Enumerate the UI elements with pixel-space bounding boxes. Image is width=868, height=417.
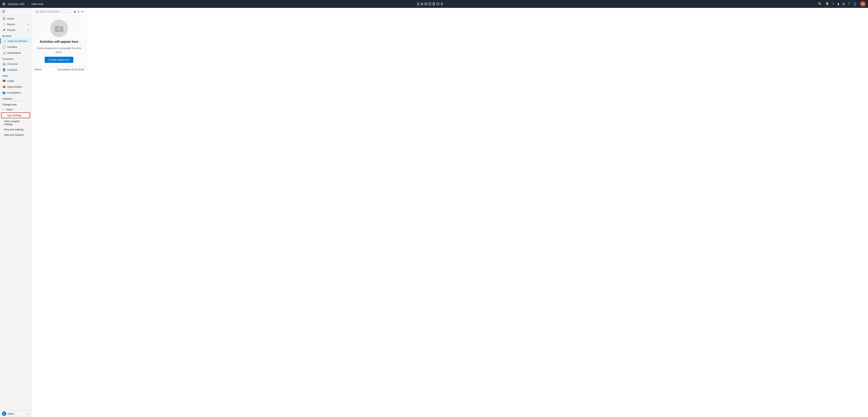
opportunities-label: Opportunities: [7, 85, 22, 88]
svg-rect-2: [58, 28, 61, 29]
sidebar-bottom-expand-icon[interactable]: ◇: [28, 413, 29, 415]
user-icon[interactable]: 👤: [853, 2, 857, 6]
folder-icon: [50, 20, 68, 37]
work-items-desc: Create sequences to populate the work it…: [35, 46, 83, 54]
recent-chevron: ▾: [28, 23, 29, 25]
dashboards-icon: 📊: [2, 51, 5, 54]
sidebar-sub-personal-settings[interactable]: Personal settings: [0, 127, 31, 132]
top-bar: ⊞ Dynamics 365 | Sales Hub SANDBOX 🔍 💡 +…: [0, 0, 868, 8]
sidebar-item-accounts[interactable]: 🏢 Accounts: [0, 61, 31, 67]
my-work-section: My Work: [0, 33, 31, 38]
svg-rect-0: [55, 26, 63, 32]
help-icon[interactable]: ?: [848, 2, 850, 6]
sidebar-sub-help-support[interactable]: Help and Support: [0, 132, 31, 138]
sidebar: ☰ 🏠 Home 🕐 Recent ▾ 📌 Pinned: [0, 8, 32, 417]
leads-label: Leads: [7, 79, 14, 82]
dashboards-label: Dashboards: [7, 52, 21, 54]
sidebar-item-recent[interactable]: 🕐 Recent ▾: [0, 22, 31, 27]
activities-label: Activities: [7, 46, 17, 49]
accounts-icon: 🏢: [2, 62, 5, 65]
work-items-title: Activities will appear here: [39, 40, 79, 43]
sales-area-label: Sales: [6, 108, 13, 111]
work-items-panel: 🔍 Search work items ⧫ ⇅ •••: [32, 8, 87, 72]
check-icon: ✓: [2, 108, 5, 111]
search-placeholder: Search work items: [40, 10, 59, 13]
sidebar-item-opportunities[interactable]: 📦 Opportunities: [0, 84, 31, 90]
recent-icon: 🕐: [2, 23, 5, 26]
plus-icon[interactable]: +: [832, 2, 835, 6]
svg-rect-3: [58, 29, 61, 30]
recent-label: Recent: [7, 23, 15, 26]
last-updated: Last updated at 10:29 AM: [57, 68, 84, 71]
divider: |: [27, 2, 28, 5]
sidebar-item-contacts[interactable]: 👤 Contacts: [0, 67, 31, 73]
lightbulb-icon[interactable]: 💡: [825, 2, 829, 6]
leads-icon: ☎: [2, 79, 5, 82]
competitors-label: Competitors: [7, 91, 21, 94]
customers-section: Customers: [0, 56, 31, 61]
sales-accelerator-icon: ⚡: [3, 39, 6, 42]
sidebar-item-activities[interactable]: 📋 Activities: [0, 44, 31, 50]
sales-insights-label: Sales Insights settings: [4, 120, 20, 126]
sidebar-item-home[interactable]: 🏠 Home: [0, 16, 31, 22]
more-toolbar-icon[interactable]: •••: [81, 10, 84, 13]
sidebar-bottom-label: Sales: [7, 412, 14, 415]
app-settings-check: [3, 114, 6, 117]
sidebar-bottom: S Sales ◇: [0, 410, 31, 417]
sidebar-item-dashboards[interactable]: 📊 Dashboards: [0, 50, 31, 56]
sort-toolbar-icon[interactable]: ⇅: [77, 10, 80, 13]
content-area: 🔍 Search work items ⧫ ⇅ •••: [32, 8, 868, 417]
sidebar-area-app-settings[interactable]: App Settings: [1, 113, 30, 118]
sidebar-item-pinned[interactable]: 📌 Pinned ▾: [0, 27, 31, 33]
sales-accelerator-label: Sales accelerator: [8, 39, 27, 42]
search-icon: 🔍: [36, 10, 39, 13]
contacts-label: Contacts: [7, 68, 17, 71]
pinned-label: Pinned: [7, 29, 15, 31]
competitors-icon: 👥: [2, 91, 5, 94]
main-layout: ☰ 🏠 Home 🕐 Recent ▾ 📌 Pinned: [0, 8, 868, 417]
work-items-footer: 0 items Last updated at 10:29 AM: [32, 67, 87, 72]
items-count: 0 items: [34, 68, 41, 71]
sidebar-top: ☰: [0, 8, 31, 16]
accounts-label: Accounts: [7, 62, 18, 65]
contacts-icon: 👤: [2, 68, 5, 71]
create-sequences-button[interactable]: Create sequences: [45, 57, 73, 63]
change-area-section: Change area ✓ Sales App Settings Sales I…: [0, 101, 31, 139]
work-items-toolbar: ⧫ ⇅ •••: [74, 10, 84, 13]
pinned-icon: 📌: [2, 29, 5, 31]
activities-icon: 📋: [2, 45, 5, 49]
settings-icon[interactable]: ⚙: [842, 2, 845, 6]
work-items-header: 🔍 Search work items ⧫ ⇅ •••: [32, 8, 87, 16]
sidebar-sub-sales-insights[interactable]: Sales Insights settings: [0, 119, 31, 127]
filter-toolbar-icon[interactable]: ⧫: [74, 10, 75, 13]
personal-settings-label: Personal settings: [4, 128, 24, 131]
app-label: Sales Hub: [31, 3, 43, 5]
d365-label: Dynamics 365: [8, 3, 24, 5]
hamburger-icon[interactable]: ☰: [2, 9, 5, 14]
sidebar-item-leads[interactable]: ☎ Leads: [0, 78, 31, 84]
sidebar-nav: 🏠 Home 🕐 Recent ▾ 📌 Pinned ▾ My: [0, 16, 31, 410]
home-label: Home: [7, 17, 14, 20]
work-items-body: Activities will appear here Create seque…: [32, 16, 87, 67]
work-items-search[interactable]: 🔍 Search work items: [34, 9, 73, 14]
app-settings-label: App Settings: [7, 114, 22, 117]
opportunities-icon: 📦: [2, 85, 5, 88]
sidebar-area-sales[interactable]: ✓ Sales: [0, 107, 31, 112]
sidebar-item-sales-accelerator[interactable]: ⚡ Sales accelerator: [0, 38, 31, 44]
filter-icon[interactable]: ⧫: [837, 2, 839, 6]
help-support-label: Help and Support: [4, 133, 24, 136]
svg-rect-1: [55, 26, 58, 27]
pinned-chevron: ▾: [28, 29, 29, 31]
right-area: [32, 72, 868, 417]
collateral-section: Collateral: [0, 95, 31, 101]
sandbox-label: SANDBOX: [417, 2, 444, 6]
sidebar-bottom-s-badge: S: [2, 412, 6, 416]
change-area-header: Change area: [0, 102, 31, 107]
sales-section: Sales: [0, 73, 31, 78]
waffle-icon[interactable]: ⊞: [2, 2, 5, 6]
search-icon[interactable]: 🔍: [818, 2, 822, 6]
avatar[interactable]: NR: [860, 1, 866, 7]
home-icon: 🏠: [2, 17, 5, 20]
sidebar-item-competitors[interactable]: 👥 Competitors: [0, 90, 31, 95]
